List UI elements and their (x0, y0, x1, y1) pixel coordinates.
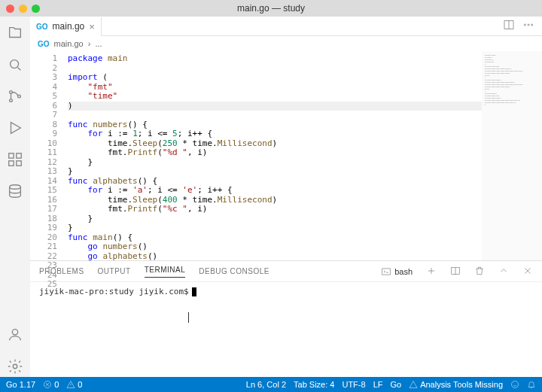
svg-point-18 (512, 381, 519, 388)
workbench: GO main.go × GO main.go › ... 1234567891… (0, 17, 542, 377)
code-line[interactable]: fmt.Printf("%d ", i) (68, 148, 482, 158)
text-caret (188, 312, 189, 323)
activity-bar (0, 17, 30, 377)
status-errors[interactable]: 0 (43, 380, 59, 389)
svg-point-12 (524, 24, 525, 26)
status-language[interactable]: Go (390, 380, 401, 389)
titlebar: main.go — study (0, 0, 542, 17)
status-tab-size[interactable]: Tab Size: 4 (294, 380, 334, 389)
minimap[interactable]: ▪▪▪▪▪▪▪▪▪▪▪▪▪▪▪▪▪▪▪▪▪▪▪▪▪▪▪▪▪▪▪▪▪▪▪▪▪▪▪▪… (482, 51, 542, 260)
editor[interactable]: 1234567891011121314151617181920212223242… (30, 51, 542, 260)
code-line[interactable]: for i := 1; i <= 5; i++ { (68, 129, 482, 139)
code-line[interactable]: for i := 'a'; i <= 'e'; i++ { (68, 186, 482, 196)
editor-tabs: GO main.go × (30, 17, 102, 36)
status-eol[interactable]: LF (373, 380, 383, 389)
breadcrumb[interactable]: GO main.go › ... (30, 36, 542, 51)
new-terminal-icon[interactable] (426, 266, 437, 278)
close-panel-icon[interactable] (522, 266, 533, 278)
svg-point-0 (11, 60, 19, 68)
panel-tabs: PROBLEMS OUTPUT TERMINAL DEBUG CONSOLE b… (30, 261, 542, 282)
svg-point-10 (13, 364, 17, 369)
code-line[interactable]: "fmt" (68, 83, 482, 93)
search-icon[interactable] (0, 54, 30, 75)
svg-rect-15 (382, 268, 391, 274)
window-title: main.go — study (237, 3, 305, 14)
breadcrumb-separator: › (88, 39, 91, 48)
svg-point-8 (10, 185, 21, 190)
tab-terminal[interactable]: TERMINAL (145, 266, 186, 278)
run-debug-icon[interactable] (0, 117, 30, 138)
split-terminal-icon[interactable] (450, 266, 461, 278)
svg-rect-5 (17, 153, 21, 158)
go-file-icon: GO (38, 40, 50, 48)
terminal-profile[interactable]: bash (381, 266, 413, 277)
tab-label: main.go (53, 21, 85, 32)
code-line[interactable]: fmt.Printf("%c ", i) (68, 205, 482, 214)
settings-gear-icon[interactable] (0, 356, 30, 377)
status-notifications-icon[interactable] (527, 380, 536, 389)
gutter: 1234567891011121314151617181920212223242… (30, 51, 68, 260)
svg-point-1 (10, 91, 13, 94)
code-line[interactable] (68, 111, 482, 120)
go-file-icon: GO (36, 23, 48, 31)
status-go-version[interactable]: Go 1.17 (6, 380, 35, 389)
status-warnings[interactable]: 0 (66, 380, 82, 389)
window-maximize-button[interactable] (32, 5, 40, 13)
status-encoding[interactable]: UTF-8 (342, 380, 365, 389)
source-control-icon[interactable] (0, 86, 30, 107)
code-line[interactable]: import ( (68, 73, 482, 83)
tab-main-go[interactable]: GO main.go × (30, 17, 102, 36)
svg-point-2 (10, 99, 13, 102)
code-line[interactable]: } (68, 223, 482, 233)
svg-point-9 (12, 330, 17, 335)
code-line[interactable]: } (68, 158, 482, 168)
svg-rect-6 (9, 161, 14, 166)
code-area[interactable]: package mainimport ( "fmt" "time")func n… (68, 51, 482, 260)
accounts-icon[interactable] (0, 324, 30, 345)
terminal-body[interactable]: jiyik-mac-pro:study jiyik.com$ (30, 282, 542, 377)
editor-actions (30, 17, 542, 36)
svg-point-14 (531, 24, 533, 26)
code-line[interactable]: ) (68, 102, 482, 111)
svg-rect-4 (9, 153, 14, 158)
status-ln-col[interactable]: Ln 6, Col 2 (246, 380, 286, 389)
tab-output[interactable]: OUTPUT (98, 267, 131, 275)
code-line[interactable]: "time" (68, 92, 482, 102)
window-minimize-button[interactable] (19, 5, 27, 13)
status-feedback-icon[interactable] (510, 380, 519, 389)
split-editor-icon[interactable] (503, 19, 515, 33)
code-line[interactable]: package main (68, 54, 482, 64)
tab-close-icon[interactable]: × (89, 21, 95, 32)
window-close-button[interactable] (6, 5, 14, 13)
explorer-icon[interactable] (0, 23, 30, 44)
status-bar: Go 1.17 0 0 Ln 6, Col 2 Tab Size: 4 UTF-… (0, 377, 542, 392)
breadcrumb-more: ... (95, 39, 102, 48)
svg-point-13 (528, 24, 529, 26)
tab-debug-console[interactable]: DEBUG CONSOLE (199, 267, 269, 275)
svg-rect-7 (17, 161, 21, 166)
extensions-icon[interactable] (0, 149, 30, 170)
status-analysis-warning[interactable]: Analysis Tools Missing (409, 380, 503, 389)
editor-main: GO main.go × GO main.go › ... 1234567891… (30, 17, 542, 377)
code-line[interactable]: go alphabets() (68, 252, 482, 261)
code-line[interactable] (68, 64, 482, 74)
kill-terminal-icon[interactable] (474, 266, 485, 278)
terminal-cursor (192, 287, 196, 296)
terminal-prompt: jiyik-mac-pro:study jiyik.com$ (39, 287, 189, 296)
breadcrumb-file: main.go (54, 39, 84, 48)
more-actions-icon[interactable] (522, 19, 534, 33)
maximize-panel-icon[interactable] (498, 266, 509, 278)
database-icon[interactable] (0, 181, 30, 202)
shell-name: bash (394, 267, 413, 276)
code-line[interactable]: } (68, 214, 482, 224)
panel: PROBLEMS OUTPUT TERMINAL DEBUG CONSOLE b… (30, 260, 542, 377)
